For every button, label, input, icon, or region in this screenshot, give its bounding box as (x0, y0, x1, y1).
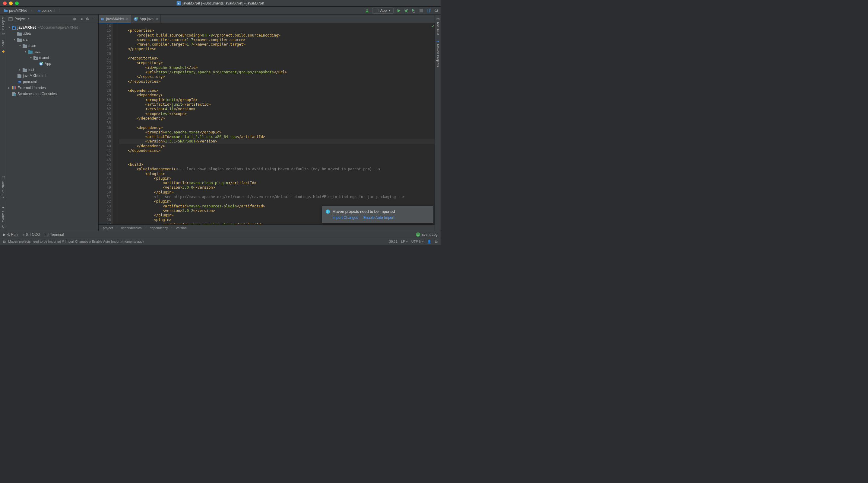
breadcrumb-item[interactable]: dependency (150, 226, 168, 230)
code-line[interactable]: <version>4.11</version> (119, 107, 435, 111)
tree-toggle-icon[interactable]: ▼ (24, 50, 28, 53)
tree-item[interactable]: mpom.xml (6, 79, 98, 85)
tree-item[interactable]: .idea (6, 30, 98, 36)
code-line[interactable] (119, 153, 435, 158)
close-tab-icon[interactable]: × (126, 17, 128, 21)
breadcrumb-item[interactable]: version (176, 226, 187, 230)
tree-toggle-icon[interactable]: ▼ (13, 38, 17, 41)
coverage-button[interactable] (411, 8, 416, 13)
tree-item[interactable]: ▶External Libraries (6, 85, 98, 91)
stop-button[interactable] (419, 8, 424, 13)
tree-item[interactable]: ▼main (6, 42, 98, 49)
run-button[interactable] (396, 8, 401, 13)
event-log-button[interactable]: 1 Event Log (416, 232, 438, 237)
code-area[interactable]: <properties> <project.build.sourceEncodi… (117, 23, 435, 224)
close-window-button[interactable] (3, 1, 7, 5)
hector-icon[interactable]: 👤 (427, 240, 431, 244)
code-line[interactable]: <groupId>org.apache.mxnet</groupId> (119, 130, 435, 135)
tree-toggle-icon[interactable]: ▼ (30, 56, 33, 59)
run-configuration-dropdown[interactable]: App ▼ (372, 7, 394, 13)
breadcrumb-item[interactable]: dependencies (121, 226, 142, 230)
tree-toggle-icon[interactable]: ▼ (8, 26, 11, 29)
code-line[interactable]: <dependencies> (119, 88, 435, 93)
editor-breadcrumbs[interactable]: project〉dependencies〉dependency〉version (99, 224, 435, 231)
search-everywhere-icon[interactable] (434, 8, 439, 13)
locate-icon[interactable]: ⊕ (73, 17, 76, 21)
code-line[interactable]: <maven.compiler.source>1.7</maven.compil… (119, 38, 435, 42)
code-line[interactable]: <version>3.0.0</version> (119, 186, 435, 190)
tree-item[interactable]: ▼javaMXNet~/Documents/javaMXNet (6, 24, 98, 30)
tree-toggle-icon[interactable]: ▼ (19, 44, 22, 47)
code-line[interactable]: </dependencies> (119, 148, 435, 153)
tool-windows-icon[interactable]: ⊡ (3, 240, 6, 244)
code-line[interactable]: <properties> (119, 28, 435, 33)
tree-toggle-icon[interactable]: ▶ (8, 86, 11, 89)
code-line[interactable]: <!-- see http://maven.apache.org/ref/cur… (119, 195, 435, 199)
line-separator[interactable]: LF ÷ (401, 240, 408, 243)
gutter-project-button[interactable]: ▯1: Project (1, 17, 5, 36)
code-line[interactable] (119, 52, 435, 56)
code-line[interactable]: </repositories> (119, 79, 435, 84)
todo-tool-button[interactable]: ≡ 6: TODO (22, 232, 40, 237)
code-line[interactable]: <scope>test</scope> (119, 112, 435, 116)
code-line[interactable]: <project.build.sourceEncoding>UTF-8</pro… (119, 33, 435, 38)
code-line[interactable]: <build> (119, 163, 435, 167)
editor-tab[interactable]: mjavaMXNet× (99, 15, 131, 23)
debug-button[interactable] (404, 8, 409, 13)
gutter-structure-button[interactable]: 7: Structure⬚ (1, 176, 5, 198)
memory-indicator[interactable]: ⊡ (435, 240, 438, 244)
hide-icon[interactable]: — (92, 17, 96, 21)
code-line[interactable]: <dependency> (119, 93, 435, 97)
tree-item[interactable]: ▼mxnet (6, 55, 98, 61)
inspection-status-icon[interactable]: ✓ (431, 24, 434, 27)
editor-tab[interactable]: CApp.java× (131, 15, 161, 23)
gutter-learn-button[interactable]: ◆Learn (1, 40, 5, 53)
nav-crumb-project[interactable]: javaMXNet (2, 8, 29, 13)
breadcrumb-item[interactable]: project (103, 226, 113, 230)
build-icon[interactable] (365, 8, 369, 13)
editor[interactable]: ✓ 14151617181920212223242526272829303132… (99, 23, 435, 224)
collapse-all-icon[interactable]: ⇥ (79, 17, 83, 21)
tree-item[interactable]: javaMXNet.iml (6, 73, 98, 79)
tree-item[interactable]: CApp (6, 61, 98, 67)
code-line[interactable]: <plugins> (119, 172, 435, 176)
code-line[interactable]: </properties> (119, 47, 435, 51)
gutter-maven-button[interactable]: mMaven Projects (436, 39, 440, 67)
gutter-ant-button[interactable]: 🐜Ant Build (436, 17, 440, 35)
project-tree[interactable]: ▼javaMXNet~/Documents/javaMXNet.idea▼src… (6, 23, 98, 231)
code-line[interactable]: <artifactId>mxnet-full_2.11-osx-x86_64-c… (119, 135, 435, 139)
code-line[interactable]: </dependency> (119, 116, 435, 121)
code-line[interactable]: <plugin> (119, 199, 435, 204)
code-line[interactable]: <pluginManagement><!-- lock down plugins… (119, 167, 435, 171)
tree-item[interactable]: ▶test (6, 67, 98, 73)
code-line[interactable]: <repositories> (119, 56, 435, 61)
code-line[interactable] (119, 121, 435, 125)
file-encoding[interactable]: UTF-8 ÷ (411, 240, 424, 243)
nav-crumb-file[interactable]: m pom.xml (36, 8, 57, 13)
close-tab-icon[interactable]: × (155, 17, 158, 21)
line-number-gutter[interactable]: 1415161718192021222324252627282930313233… (99, 23, 113, 224)
code-line[interactable]: <groupId>junit</groupId> (119, 98, 435, 102)
tree-item[interactable]: ▼src (6, 36, 98, 42)
code-line[interactable]: <dependency> (119, 125, 435, 130)
tree-item[interactable]: ▼java (6, 49, 98, 55)
project-view-selector[interactable]: Project ▼ (8, 17, 30, 21)
code-line[interactable] (119, 158, 435, 163)
enable-auto-import-link[interactable]: Enable Auto-Import (364, 216, 395, 220)
code-line[interactable]: <artifactId>junit</artifactId> (119, 102, 435, 107)
update-project-icon[interactable] (427, 8, 431, 13)
code-line[interactable]: </repository> (119, 75, 435, 79)
tree-toggle-icon[interactable]: ▶ (19, 68, 22, 71)
code-line[interactable]: <repository> (119, 61, 435, 65)
code-line[interactable]: <version>1.3.1-SNAPSHOT</version> (119, 139, 435, 144)
tree-item[interactable]: Scratches and Consoles (6, 91, 98, 97)
import-changes-link[interactable]: Import Changes (332, 216, 358, 220)
code-line[interactable]: </dependency> (119, 144, 435, 148)
minimize-window-button[interactable] (9, 1, 13, 5)
code-line[interactable] (119, 24, 435, 28)
run-tool-button[interactable]: ▶ 4: Run (3, 232, 18, 237)
code-line[interactable]: </plugin> (119, 190, 435, 195)
cursor-position[interactable]: 39:21 (389, 240, 398, 243)
settings-icon[interactable]: ✲ (86, 17, 89, 21)
code-line[interactable]: <artifactId>maven-clean-plugin</artifact… (119, 181, 435, 186)
